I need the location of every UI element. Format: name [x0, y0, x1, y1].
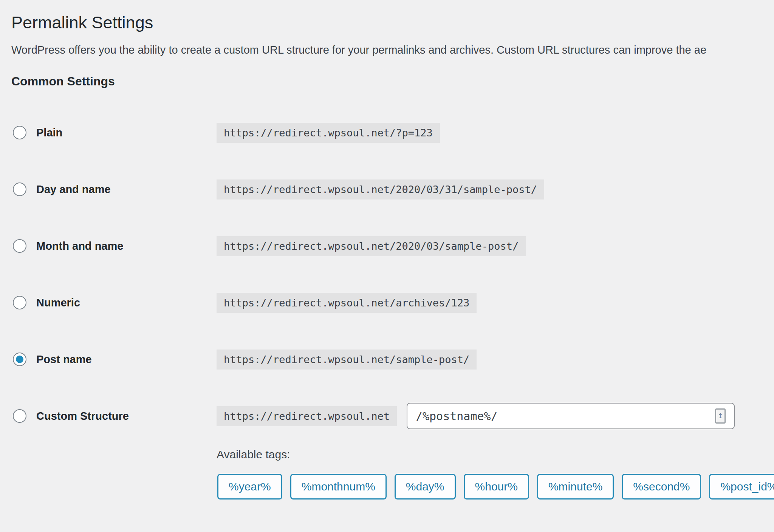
option-label[interactable]: Post name	[36, 353, 92, 366]
option-label[interactable]: Month and name	[36, 240, 123, 252]
tag-button[interactable]: %hour%	[464, 474, 529, 500]
permalink-options-list: Plain https://redirect.wpsoul.net/?p=123…	[13, 104, 774, 444]
custom-structure-input-box: ↥	[407, 403, 735, 429]
option-row-day-and-name: Day and name https://redirect.wpsoul.net…	[13, 161, 774, 218]
tag-button[interactable]: %year%	[217, 474, 282, 500]
page-title: Permalink Settings	[11, 13, 774, 32]
radio-day-and-name[interactable]	[13, 182, 26, 196]
option-row-custom-structure: Custom Structure https://redirect.wpsoul…	[13, 388, 774, 444]
example-url: https://redirect.wpsoul.net/2020/03/samp…	[217, 236, 526, 256]
example-url: https://redirect.wpsoul.net/?p=123	[217, 123, 440, 143]
radio-month-and-name[interactable]	[13, 239, 26, 253]
radio-custom-structure[interactable]	[13, 409, 26, 423]
example-url: https://redirect.wpsoul.net/sample-post/	[217, 350, 477, 370]
tag-button[interactable]: %second%	[622, 474, 701, 500]
custom-structure-input[interactable]	[407, 404, 687, 428]
radio-numeric[interactable]	[13, 296, 26, 309]
tag-button[interactable]: %monthnum%	[290, 474, 387, 500]
option-label[interactable]: Day and name	[36, 183, 111, 196]
page-description: WordPress offers you the ability to crea…	[11, 44, 774, 56]
input-caret-icon[interactable]: ↥	[715, 408, 726, 424]
available-tags-row: %year%%monthnum%%day%%hour%%minute%%seco…	[217, 474, 774, 500]
example-url: https://redirect.wpsoul.net/2020/03/31/s…	[217, 179, 544, 200]
option-row-plain: Plain https://redirect.wpsoul.net/?p=123	[13, 104, 774, 161]
radio-post-name[interactable]	[13, 353, 26, 366]
option-row-post-name: Post name https://redirect.wpsoul.net/sa…	[13, 331, 774, 388]
option-label[interactable]: Plain	[36, 127, 62, 139]
custom-structure-prefix: https://redirect.wpsoul.net	[217, 406, 397, 426]
radio-plain[interactable]	[13, 126, 26, 139]
available-tags-label: Available tags:	[217, 448, 774, 461]
tag-button[interactable]: %day%	[395, 474, 456, 500]
tag-button[interactable]: %post_id%	[709, 474, 774, 500]
common-settings-heading: Common Settings	[11, 74, 774, 88]
option-row-numeric: Numeric https://redirect.wpsoul.net/arch…	[13, 274, 774, 331]
permalink-settings-page: Permalink Settings WordPress offers you …	[0, 0, 774, 532]
tag-button[interactable]: %minute%	[537, 474, 614, 500]
option-label[interactable]: Custom Structure	[36, 410, 129, 422]
example-url: https://redirect.wpsoul.net/archives/123	[217, 293, 477, 313]
option-row-month-and-name: Month and name https://redirect.wpsoul.n…	[13, 218, 774, 274]
option-label[interactable]: Numeric	[36, 297, 80, 309]
